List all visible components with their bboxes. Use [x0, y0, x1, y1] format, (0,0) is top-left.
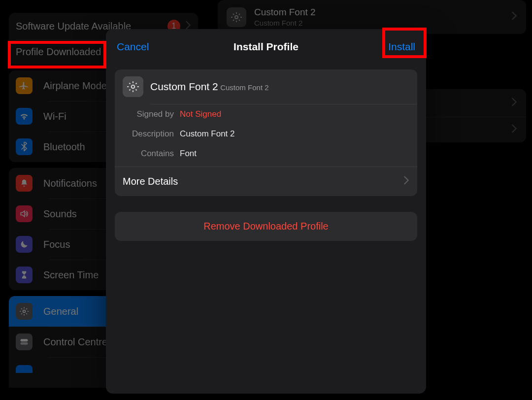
- moon-icon: [16, 236, 33, 253]
- more-details-label: More Details: [123, 176, 178, 187]
- bluetooth-icon: [16, 138, 33, 155]
- gear-icon: [123, 76, 143, 97]
- profile-card: Custom Font 2 Custom Font 2 Signed by No…: [115, 69, 417, 196]
- profile-list-titles: Custom Font 2 Custom Font 2: [254, 7, 511, 27]
- chevron-right-icon: [403, 176, 409, 187]
- profile-list-subtitle: Custom Font 2: [254, 19, 511, 27]
- profile-signed-by-row: Signed by Not Signed: [115, 104, 417, 124]
- profile-titles: Custom Font 2 Custom Font 2: [150, 81, 409, 93]
- signed-by-label: Signed by: [123, 109, 174, 119]
- sheet-header: Cancel Install Profile Install: [106, 29, 426, 63]
- bell-icon: [16, 175, 33, 192]
- svg-point-3: [235, 16, 238, 19]
- more-details-row[interactable]: More Details: [115, 167, 417, 196]
- display-icon: [16, 365, 33, 373]
- gear-icon: [227, 7, 246, 27]
- chevron-right-icon: [511, 124, 517, 135]
- svg-rect-1: [21, 339, 28, 341]
- svg-point-4: [132, 85, 135, 89]
- speaker-icon: [16, 205, 33, 222]
- toggle-icon: [16, 333, 33, 350]
- contains-value: Font: [180, 149, 197, 159]
- description-label: Description: [123, 129, 174, 139]
- install-profile-sheet: Cancel Install Profile Install Custom Fo…: [106, 29, 426, 394]
- chevron-right-icon: [511, 11, 517, 23]
- wifi-icon: [16, 108, 33, 125]
- profile-contains-row: Contains Font: [115, 144, 417, 167]
- gear-icon: [16, 303, 33, 320]
- chevron-right-icon: [511, 98, 517, 109]
- svg-rect-2: [21, 342, 28, 345]
- remove-profile-label: Remove Downloaded Profile: [203, 221, 328, 232]
- profile-description-row: Description Custom Font 2: [115, 124, 417, 144]
- hourglass-icon: [16, 267, 33, 283]
- sheet-title: Install Profile: [233, 41, 299, 53]
- airplane-icon: [16, 77, 33, 94]
- svg-point-0: [23, 310, 26, 313]
- profile-title: Custom Font 2: [150, 81, 218, 92]
- profile-list-title: Custom Font 2: [254, 7, 511, 18]
- description-value: Custom Font 2: [180, 129, 235, 139]
- signed-by-value: Not Signed: [180, 109, 221, 119]
- remove-profile-button[interactable]: Remove Downloaded Profile: [115, 212, 417, 241]
- profile-header-row: Custom Font 2 Custom Font 2: [115, 69, 417, 104]
- contains-label: Contains: [123, 149, 174, 159]
- profile-subtitle: Custom Font 2: [220, 83, 268, 92]
- install-button[interactable]: Install: [367, 39, 416, 55]
- cancel-button[interactable]: Cancel: [116, 39, 165, 55]
